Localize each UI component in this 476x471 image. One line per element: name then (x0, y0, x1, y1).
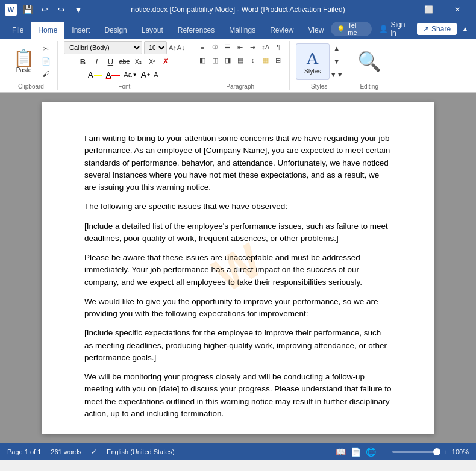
minimize-button[interactable]: — (386, 0, 413, 19)
copy-button[interactable]: 📄 (39, 55, 52, 67)
increase-indent-button[interactable]: ⇥ (247, 41, 259, 53)
decrease-font-size-button[interactable]: A↓ (177, 44, 185, 51)
highlight-color-swatch (94, 75, 102, 76)
sort-button[interactable]: ↕A (260, 41, 272, 53)
editing-search-button[interactable]: 🔍 (354, 43, 384, 80)
ordered-list-button[interactable]: ① (209, 41, 221, 53)
title-bar: W 💾 ↩ ↪ ▼ notice.docx [Compatibility Mod… (0, 0, 476, 19)
close-button[interactable]: ✕ (443, 0, 471, 19)
styles-arrows: ▲ ▼ ▼▼ (331, 42, 343, 81)
change-case-arrow-icon: ▼ (133, 72, 137, 78)
share-button[interactable]: ↗ Share (417, 23, 457, 35)
quick-access-toolbar: 💾 ↩ ↪ ▼ (20, 2, 86, 17)
list-buttons: ≡ ① ☰ ⇤ ⇥ ↕A ¶ (196, 41, 284, 53)
underline-button[interactable]: U (104, 55, 117, 67)
font-family-selector[interactable]: Calibri (Body) (64, 41, 142, 54)
tab-layout[interactable]: Layout (134, 22, 171, 39)
tell-me-label: Tell me (348, 22, 366, 36)
word-count[interactable]: 261 words (51, 448, 81, 455)
tab-insert[interactable]: Insert (64, 22, 97, 39)
paste-button[interactable]: 📋 Paste (10, 48, 38, 76)
format-painter-button[interactable]: 🖌 (39, 68, 52, 80)
paragraph-group-content: ≡ ① ☰ ⇤ ⇥ ↕A ¶ ◧ ◫ ◨ ▤ ↕ ▦ ⊞ (196, 41, 284, 82)
align-right-button[interactable]: ◨ (222, 54, 234, 66)
unordered-list-button[interactable]: ≡ (196, 41, 208, 53)
bold-button[interactable]: B (76, 55, 89, 67)
styles-group: A Styles ▲ ▼ ▼▼ Styles (291, 41, 348, 90)
share-icon: ↗ (423, 25, 429, 33)
editing-group-content: 🔍 (354, 41, 384, 82)
font-color-swatch (111, 75, 120, 76)
zoom-out-button[interactable]: − (386, 448, 390, 455)
line-spacing-button[interactable]: ↕ (247, 54, 259, 66)
paragraph-6: [Include specific expectations for the e… (84, 327, 392, 364)
align-center-button[interactable]: ◫ (209, 54, 221, 66)
restore-button[interactable]: ⬜ (415, 0, 442, 19)
undo-button[interactable]: ↩ (37, 2, 52, 17)
subscript-button[interactable]: X₂ (131, 55, 145, 67)
font-size-selector[interactable]: 10 (144, 41, 167, 54)
lightbulb-icon: 💡 (337, 25, 345, 33)
increase-font-size-button[interactable]: A↑ (169, 44, 177, 51)
styles-down-button[interactable]: ▼ (331, 55, 343, 67)
decrease-font-size-button-2[interactable]: A - (152, 69, 161, 81)
language[interactable]: English (United States) (107, 448, 175, 455)
sign-in-label: Sign in (390, 20, 410, 37)
document-page: W I am writing to bring to your attentio… (42, 102, 434, 434)
decrease-indent-button[interactable]: ⇤ (234, 41, 246, 53)
styles-group-content: A Styles ▲ ▼ ▼▼ (296, 41, 343, 82)
multilevel-list-button[interactable]: ☰ (222, 41, 234, 53)
text-color-button[interactable]: A (87, 69, 104, 81)
styles-group-label: Styles (311, 82, 327, 90)
tab-design[interactable]: Design (97, 22, 134, 39)
paragraph-5: We would like to give you the opportunit… (84, 296, 392, 320)
show-formatting-button[interactable]: ¶ (272, 41, 284, 53)
print-layout-icon[interactable]: 📄 (351, 447, 361, 457)
clear-formatting-button[interactable]: ✗ (159, 55, 172, 67)
collapse-ribbon-button[interactable]: ▲ (459, 22, 471, 36)
page-count[interactable]: Page 1 of 1 (7, 448, 41, 455)
clipboard-group: 📋 Paste ✂ 📄 🖌 Clipboard (5, 41, 58, 90)
borders-button[interactable]: ⊞ (272, 54, 284, 66)
tell-me-input[interactable]: 💡 Tell me (331, 22, 372, 36)
shading-button[interactable]: ▦ (260, 54, 272, 66)
sign-in-button[interactable]: 👤 Sign in (374, 19, 415, 39)
word-icon: W (5, 4, 17, 16)
tab-file[interactable]: File (5, 22, 31, 39)
change-case-icon: Aa (124, 71, 131, 78)
zoom-slider[interactable]: − + (386, 448, 447, 455)
styles-gallery-button[interactable]: A Styles (296, 43, 330, 80)
zoom-thumb[interactable] (433, 448, 440, 455)
tab-references[interactable]: References (171, 22, 222, 39)
zoom-in-button[interactable]: + (443, 448, 446, 455)
justify-button[interactable]: ▤ (234, 54, 246, 66)
proofing-icon[interactable]: ✓ (91, 448, 97, 456)
change-case-button[interactable]: Aa ▼ (122, 69, 138, 81)
superscript-button[interactable]: X² (145, 55, 158, 67)
tab-mailings[interactable]: Mailings (222, 22, 263, 39)
italic-button[interactable]: I (90, 55, 103, 67)
save-button[interactable]: 💾 (20, 2, 35, 17)
font-color-a-icon: A (106, 70, 111, 80)
align-left-button[interactable]: ◧ (196, 54, 208, 66)
cut-button[interactable]: ✂ (39, 43, 52, 55)
editing-group-label: Editing (360, 82, 378, 90)
styles-up-button[interactable]: ▲ (331, 42, 343, 54)
tab-view[interactable]: View (301, 22, 331, 39)
font-color-button[interactable]: A (105, 69, 122, 81)
customize-quick-access-button[interactable]: ▼ (71, 2, 86, 17)
window-controls: — ⬜ ✕ (386, 0, 471, 19)
tab-review[interactable]: Review (263, 22, 301, 39)
status-bar: Page 1 of 1 261 words ✓ English (United … (0, 443, 476, 460)
web-layout-icon[interactable]: 🌐 (366, 447, 376, 457)
read-mode-icon[interactable]: 📖 (336, 447, 346, 457)
styles-more-button[interactable]: ▼▼ (331, 69, 343, 81)
increase-font-size-button-2[interactable]: A + (140, 69, 152, 81)
zoom-level[interactable]: 100% (452, 448, 469, 455)
person-icon: 👤 (379, 25, 388, 33)
document-text: I am writing to bring to your attention … (84, 133, 392, 420)
tab-home[interactable]: Home (31, 22, 64, 39)
strikethrough-button[interactable]: abc (117, 55, 131, 67)
redo-button[interactable]: ↪ (54, 2, 69, 17)
font-selector-row: Calibri (Body) 10 A↑ A↓ (64, 41, 185, 54)
